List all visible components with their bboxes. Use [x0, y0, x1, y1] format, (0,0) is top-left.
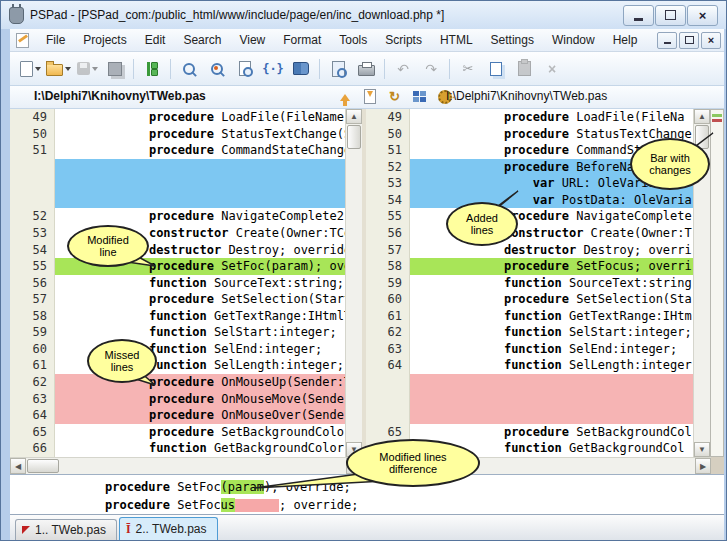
code-row[interactable]: 64 function SelLength:integer	[366, 357, 693, 374]
save-button[interactable]	[73, 57, 101, 81]
menu-tools[interactable]: Tools	[330, 30, 376, 50]
refresh-icon: ↻	[389, 90, 400, 103]
delete-button[interactable]: ×	[538, 57, 566, 81]
left-editor-pane[interactable]: 49 procedure LoadFile(FileName:50 proced…	[10, 109, 362, 457]
menu-view[interactable]: View	[230, 30, 274, 50]
code-row[interactable]: 52 procedure NavigateComplete2(	[10, 208, 345, 225]
code-row[interactable]: 59 function SourceText:string	[366, 275, 693, 292]
code-row[interactable]: 49 procedure LoadFile(FileName:	[10, 109, 345, 126]
tab-tweb-2[interactable]: Ī2.. TWeb.pas	[119, 517, 218, 540]
mdi-close-button[interactable]: ×	[701, 32, 721, 49]
close-button[interactable]: ×	[687, 5, 718, 26]
code-row[interactable]: 53 constructor Create(Owner:TCo	[10, 225, 345, 242]
mdi-restore-icon	[685, 36, 694, 44]
code-row[interactable]: 59 function SelStart:integer;	[10, 324, 345, 341]
matching-bracket-button[interactable]: {·}	[259, 57, 287, 81]
scroll-left-icon[interactable]: ◀	[10, 458, 26, 474]
code-row[interactable]: 65 procedure SetBackgroundColor	[10, 424, 345, 441]
code-row[interactable]: 60 procedure SetSelection(Sta	[366, 291, 693, 308]
redo-button[interactable]: ↷	[417, 57, 445, 81]
line-number	[10, 175, 55, 192]
code-row[interactable]	[366, 374, 693, 391]
previous-difference-button[interactable]	[335, 87, 354, 106]
left-horizontal-scrollbar[interactable]: ◀ ▶	[10, 457, 362, 474]
minimize-icon	[634, 18, 643, 21]
code-row[interactable]: 56 function SourceText:string;	[10, 275, 345, 292]
code-row[interactable]: 58 function GetTextRange:IHtmlT	[10, 308, 345, 325]
menu-format[interactable]: Format	[274, 30, 330, 50]
code-row[interactable]: 51 procedure CommandStateChange	[10, 142, 345, 159]
maximize-button[interactable]	[655, 5, 686, 26]
search-button[interactable]	[175, 57, 203, 81]
new-file-button[interactable]	[16, 57, 44, 81]
code-row[interactable]	[10, 159, 345, 176]
code-row[interactable]: 58 procedure SetFocus; overri	[366, 258, 693, 275]
split-view-button[interactable]	[410, 87, 429, 106]
scroll-up-icon[interactable]: ▲	[694, 109, 710, 124]
paste-button[interactable]	[510, 57, 538, 81]
save-all-button[interactable]	[101, 57, 129, 81]
copy-icon	[490, 62, 502, 76]
code-row[interactable]: 63 procedure OnMouseMove(Sender	[10, 391, 345, 408]
code-row[interactable]: 63 function SelEnd:integer;	[366, 341, 693, 358]
line-number: 59	[10, 324, 55, 341]
code-row[interactable]: 64 procedure OnMouseOver(Sender	[10, 407, 345, 424]
scroll-up-icon[interactable]: ▲	[346, 109, 362, 124]
code-row[interactable]: 57 procedure SetSelection(Start	[10, 291, 345, 308]
undo-button[interactable]: ↶	[389, 57, 417, 81]
scroll-down-icon[interactable]: ▼	[694, 442, 710, 457]
mdi-minimize-button[interactable]	[657, 32, 677, 49]
menu-scripts[interactable]: Scripts	[376, 30, 431, 50]
code-row[interactable]	[10, 192, 345, 209]
menu-edit[interactable]: Edit	[136, 30, 175, 50]
left-vscroll-thumb[interactable]	[347, 125, 361, 149]
code-row[interactable]	[10, 175, 345, 192]
menu-search[interactable]: Search	[174, 30, 230, 50]
mdi-restore-button[interactable]	[679, 32, 699, 49]
code-row[interactable]: 55 procedure NavigateComplete	[366, 208, 693, 225]
code-text	[410, 391, 693, 408]
menu-html[interactable]: HTML	[431, 30, 482, 50]
print-button[interactable]	[352, 57, 380, 81]
code-row[interactable]	[366, 407, 693, 424]
code-row[interactable]: 61 function SelLength:integer;	[10, 357, 345, 374]
code-row[interactable]: 65 procedure SetBackgroundCol	[366, 424, 693, 441]
code-row[interactable]: 54 var PostData: OleVaria	[366, 192, 693, 209]
project-tree-button[interactable]	[138, 57, 166, 81]
menu-settings[interactable]: Settings	[482, 30, 543, 50]
code-row[interactable]: 56 constructor Create(Owner:T	[366, 225, 693, 242]
menu-file[interactable]: File	[37, 30, 74, 50]
open-file-button[interactable]	[44, 57, 73, 81]
next-difference-button[interactable]	[360, 87, 379, 106]
cut-button[interactable]: ✂	[454, 57, 482, 81]
line-number: 54	[366, 192, 410, 209]
left-hscroll-thumb[interactable]	[27, 459, 59, 473]
scroll-right-icon[interactable]: ▶	[695, 458, 711, 474]
code-row[interactable]: 50 procedure StatusTextChange(S	[10, 126, 345, 143]
code-row[interactable]: 62 function SelStart:integer;	[366, 324, 693, 341]
code-row[interactable]: 60 function SelEnd:integer;	[10, 341, 345, 358]
code-row[interactable]: 50 procedure StatusTextChange	[366, 126, 693, 143]
code-row[interactable]: 55 procedure SetFoc(param); ove	[10, 258, 345, 275]
menu-window[interactable]: Window	[543, 30, 604, 50]
tab-tweb-1[interactable]: 1.. TWeb.pas	[15, 519, 117, 540]
code-row[interactable]: 66 function GetBackgroundColor:	[10, 440, 345, 457]
left-vertical-scrollbar[interactable]: ▲ ▼	[345, 109, 362, 457]
search-replace-button[interactable]	[203, 57, 231, 81]
code-row[interactable]	[366, 391, 693, 408]
menu-projects[interactable]: Projects	[74, 30, 135, 50]
title-bar[interactable]: PSPad - [PSPad_com:/public_html/www/incl…	[1, 1, 726, 29]
code-row[interactable]: 49 procedure LoadFile(FileNa	[366, 109, 693, 126]
code-row[interactable]: 61 function GetTextRange:IHtm	[366, 308, 693, 325]
changes-bar[interactable]	[710, 109, 724, 457]
menu-help[interactable]: Help	[604, 30, 647, 50]
print-preview-button[interactable]	[324, 57, 352, 81]
minimize-button[interactable]	[623, 5, 654, 26]
search-in-files-button[interactable]	[231, 57, 259, 81]
recompare-button[interactable]: ↻	[385, 87, 404, 106]
copy-button[interactable]	[482, 57, 510, 81]
code-row[interactable]: 57 destructor Destroy; overri	[366, 242, 693, 259]
code-row[interactable]: 62 procedure OnMouseUp(Sender:T	[10, 374, 345, 391]
code-row[interactable]: 54 destructor Destroy; override	[10, 242, 345, 259]
code-explorer-button[interactable]	[287, 57, 315, 81]
